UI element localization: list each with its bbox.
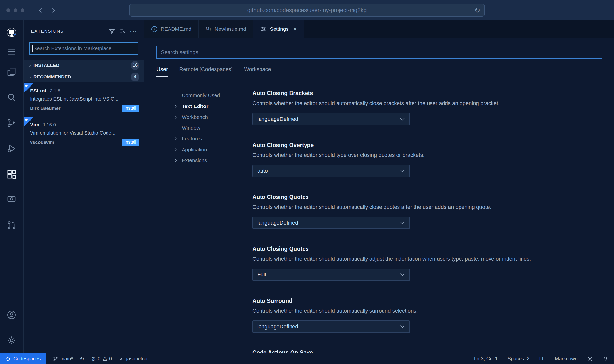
browser-window: github.com/codespaces/user-my-project-mg… — [0, 0, 614, 364]
tab-settings[interactable]: Settings × — [253, 20, 304, 38]
tab-newissue[interactable]: M↓ NewIssue.md — [199, 20, 253, 38]
scope-tab-workspace[interactable]: Workspace — [244, 66, 271, 77]
setting-auto-indent: Auto Closing Quotes Controls whether the… — [252, 246, 602, 281]
github-logo-icon[interactable] — [6, 27, 17, 38]
installed-count-badge: 16 — [131, 61, 139, 70]
feedback-icon[interactable] — [587, 356, 593, 362]
setting-select[interactable]: auto — [252, 165, 410, 177]
run-debug-icon[interactable] — [6, 143, 17, 154]
section-recommended[interactable]: RECOMMENDED 4 — [24, 71, 144, 82]
error-icon: ⊘ — [91, 356, 96, 362]
info-icon: i — [151, 26, 157, 32]
indentation-indicator[interactable]: Spaces: 2 — [507, 356, 529, 362]
chevron-right-icon — [174, 104, 180, 108]
select-value: auto — [257, 168, 268, 174]
status-bar: Codespaces main* ↻ ⊘ 0 ⚠ 0 jasonetco Ln … — [0, 353, 614, 364]
remote-indicator[interactable]: Codespaces — [0, 353, 46, 364]
toc-item-extensions[interactable]: Extensions — [174, 155, 252, 166]
toc-item-workbench[interactable]: Workbench — [174, 112, 252, 122]
explorer-icon[interactable] — [6, 66, 17, 77]
clear-search-results-icon[interactable] — [117, 27, 128, 36]
toc-item-text-editor[interactable]: Text Editor — [174, 101, 252, 112]
sidebar-header: EXTENSIONS ⋯ — [24, 20, 144, 42]
extensions-sidebar: EXTENSIONS ⋯ INSTALLED 16 — [24, 20, 144, 353]
window-close-button[interactable] — [6, 8, 10, 12]
filter-icon[interactable] — [107, 27, 117, 36]
settings-body: Commonly Used Text Editor Workbench — [156, 90, 602, 353]
activity-bar — [0, 20, 24, 353]
setting-select[interactable]: Full — [252, 269, 410, 281]
forward-button[interactable] — [47, 4, 60, 17]
toc-item-window[interactable]: Window — [174, 122, 252, 133]
branch-indicator[interactable]: main* — [53, 356, 73, 362]
select-value: languageDefined — [257, 116, 298, 122]
setting-title: Auto Closing Quotes — [252, 246, 602, 252]
settings-gear-icon[interactable] — [6, 335, 17, 346]
settings-list: Auto Closing Brackets Controls whether t… — [252, 90, 602, 353]
extensions-search-input[interactable] — [33, 46, 135, 51]
section-label: RECOMMENDED — [33, 74, 71, 80]
markdown-icon: M↓ — [206, 27, 212, 32]
setting-auto-closing-brackets: Auto Closing Brackets Controls whether t… — [252, 90, 602, 125]
source-control-icon[interactable] — [6, 117, 17, 129]
setting-description: Controls whether the editor should autom… — [252, 308, 602, 314]
refresh-icon[interactable]: ↻ — [474, 7, 480, 14]
setting-select[interactable]: languageDefined — [252, 113, 410, 125]
address-bar[interactable]: github.com/codespaces/user-my-project-mg… — [129, 4, 485, 17]
account-icon[interactable] — [6, 309, 17, 320]
chevron-right-icon — [174, 115, 180, 119]
pull-requests-icon[interactable] — [6, 220, 17, 231]
select-value: languageDefined — [257, 323, 298, 330]
settings-search-input[interactable] — [161, 49, 598, 56]
git-branch-icon — [53, 356, 58, 362]
setting-description: Controls whether the editor should autom… — [252, 256, 602, 262]
section-installed[interactable]: INSTALLED 16 — [24, 60, 144, 71]
chevron-down-icon — [400, 169, 405, 172]
select-value: languageDefined — [257, 220, 298, 226]
extensions-search-box[interactable] — [29, 42, 138, 55]
menu-icon[interactable] — [6, 46, 17, 57]
user-indicator[interactable]: jasonetco — [119, 356, 147, 362]
problems-indicator[interactable]: ⊘ 0 ⚠ 0 — [91, 356, 112, 362]
extension-list-item[interactable]: ★ Vim 1.16.0 Vim emulation for Visual St… — [24, 117, 144, 151]
extension-list-item[interactable]: ★ ESLint 2.1.8 Integrates ESLint JavaScr… — [24, 83, 144, 117]
sync-button[interactable]: ↻ — [80, 356, 84, 362]
extension-publisher: Dirk Baeumer — [30, 106, 61, 111]
sync-icon: ↻ — [80, 356, 84, 362]
eol-indicator[interactable]: LF — [539, 356, 545, 362]
chevron-down-icon — [400, 118, 405, 121]
search-icon[interactable] — [6, 92, 17, 103]
more-actions-icon[interactable]: ⋯ — [128, 27, 139, 36]
error-count: 0 — [98, 356, 100, 362]
chevron-right-icon — [174, 158, 180, 163]
branch-name: main* — [60, 356, 73, 362]
close-icon[interactable]: × — [293, 26, 297, 32]
settings-search-box[interactable] — [156, 46, 602, 59]
extensions-icon[interactable] — [6, 168, 17, 180]
window-maximize-button[interactable] — [21, 8, 24, 12]
setting-select[interactable]: languageDefined — [252, 217, 410, 229]
tab-label: README.md — [161, 26, 191, 32]
extension-description: Vim emulation for Visual Studio Code... — [30, 130, 139, 136]
window-minimize-button[interactable] — [14, 8, 17, 12]
tab-readme[interactable]: i README.md — [144, 20, 199, 38]
toc-item-features[interactable]: Features — [174, 133, 252, 144]
language-mode[interactable]: Markdown — [555, 356, 578, 362]
toc-item-application[interactable]: Application — [174, 144, 252, 155]
install-button[interactable]: Install — [122, 105, 139, 112]
setting-select[interactable]: languageDefined — [252, 320, 410, 333]
settings-toc: Commonly Used Text Editor Workbench — [156, 90, 252, 353]
window-controls — [6, 8, 24, 12]
settings-scope-tabs: User Remote [Codespaces] Workspace — [156, 66, 602, 77]
back-button[interactable] — [34, 4, 47, 17]
cursor-position[interactable]: Ln 3, Col 1 — [474, 356, 498, 362]
setting-description: Controls whether the editor should autom… — [252, 100, 602, 106]
install-button[interactable]: Install — [122, 139, 139, 146]
warning-icon: ⚠ — [102, 356, 107, 362]
toc-item-commonly-used[interactable]: Commonly Used — [174, 90, 252, 101]
scope-tab-remote[interactable]: Remote [Codespaces] — [179, 66, 233, 77]
remote-explorer-icon[interactable] — [6, 194, 17, 205]
notifications-bell-icon[interactable] — [603, 356, 608, 362]
section-label: INSTALLED — [33, 63, 59, 68]
scope-tab-user[interactable]: User — [156, 66, 168, 77]
